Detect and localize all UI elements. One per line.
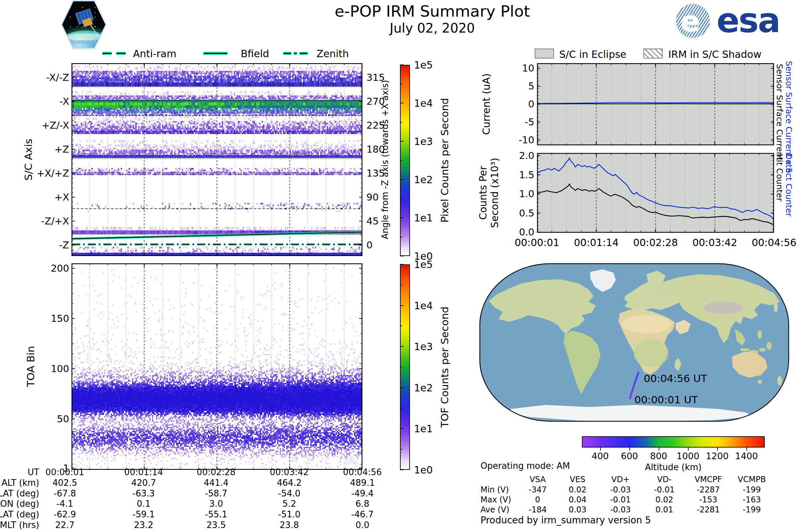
voltage-value: 0.04 bbox=[569, 495, 586, 505]
voltage-value: -2281 bbox=[697, 505, 720, 514]
tof-cb-mark bbox=[400, 428, 404, 429]
voltage-column-header: VD- bbox=[657, 475, 672, 484]
voltage-value: -0.01 bbox=[610, 495, 631, 505]
track-end-time-label: 00:04:56 UT bbox=[644, 373, 707, 384]
voltage-value: -347 bbox=[529, 485, 547, 494]
page-title: e-POP IRM Summary Plot bbox=[335, 2, 530, 20]
sc-axis-tick: -X bbox=[59, 96, 69, 107]
voltage-column-header: VSA bbox=[530, 475, 546, 484]
current-tick: -5 bbox=[525, 116, 534, 128]
voltage-column-header: VD+ bbox=[611, 475, 629, 484]
ephemeris-value: 420.7 bbox=[131, 478, 156, 488]
esa-logo: esa bbox=[717, 1, 780, 40]
time-tick: 00:03:42 bbox=[692, 237, 737, 248]
legend-label-zenith: Zenith bbox=[317, 48, 349, 59]
sc-axis-tick: -Z/+X bbox=[41, 215, 69, 227]
angle-tick: 90 bbox=[366, 191, 379, 203]
ephemeris-row-label: MLAT (deg) bbox=[0, 509, 39, 519]
toa-ylabel: TOA Bin bbox=[25, 346, 37, 387]
page-date: July 02, 2020 bbox=[390, 21, 475, 36]
tof-cb-mark bbox=[400, 367, 402, 367]
voltage-value: -163 bbox=[743, 495, 761, 505]
voltage-row-label: Max (V) bbox=[480, 495, 511, 505]
ephemeris-value: 0.1 bbox=[137, 499, 150, 509]
voltage-row-label: Min (V) bbox=[480, 485, 509, 494]
tof-cb-tick: 1e0 bbox=[414, 464, 433, 476]
time-tick: 00:00:01 bbox=[515, 237, 559, 248]
ephemeris-row-label: LON (deg) bbox=[0, 499, 39, 509]
ephemeris-value: -51.0 bbox=[278, 509, 300, 519]
tof-cb-tick: 1e2 bbox=[414, 382, 433, 393]
ephemeris-row-label: MLT (hrs) bbox=[0, 520, 39, 530]
pixel-cb-tick: 1e2 bbox=[414, 174, 433, 186]
altitude-colorbar-title: Altitude (km) bbox=[645, 462, 702, 472]
tof-cb-mark bbox=[400, 387, 404, 388]
counts-tick: 2.0 bbox=[519, 150, 534, 161]
voltage-value: -153 bbox=[699, 495, 717, 505]
ephemeris-value: -62.9 bbox=[54, 509, 76, 519]
voltage-column-header: VES bbox=[570, 475, 586, 484]
counts-tick: 1.0 bbox=[519, 188, 534, 200]
time-tick: 00:04:56 bbox=[752, 237, 797, 248]
pixel-cb-mark bbox=[400, 198, 402, 199]
counts-ylabel: Counts PerSecond (x10³) bbox=[477, 158, 500, 228]
ephemeris-value: -63.3 bbox=[132, 489, 155, 498]
ephemeris-value: 00:01:14 bbox=[125, 467, 163, 477]
ephemeris-value: -59.1 bbox=[132, 509, 155, 519]
alt-cb-mark bbox=[600, 448, 601, 451]
pixel-cb-mark bbox=[400, 122, 402, 123]
esa-e-glyph: e bbox=[681, 5, 700, 38]
pixel-cb-mark bbox=[400, 179, 404, 180]
ephemeris-value: 3.0 bbox=[209, 499, 223, 509]
tof-cb-tick: 1e3 bbox=[414, 341, 433, 353]
pixel-cb-mark bbox=[400, 160, 402, 161]
voltage-value: -199 bbox=[743, 485, 761, 494]
ephemeris-value: 464.2 bbox=[277, 478, 302, 488]
voltage-value: -2287 bbox=[697, 485, 720, 494]
angle-tick: 315 bbox=[366, 72, 385, 83]
current-plot bbox=[537, 63, 774, 145]
pixel-cb-mark bbox=[400, 64, 404, 65]
alt-cb-tick: 800 bbox=[650, 451, 667, 461]
detect-counter-label: Detect Counter bbox=[784, 153, 794, 216]
pixel-cb-mark bbox=[400, 84, 402, 84]
cassiope-patch-art: CASSIOPE bbox=[62, 1, 106, 48]
alt-cb-tick: 1000 bbox=[677, 451, 700, 461]
cassiope-mission-patch: CASSIOPE bbox=[61, 0, 107, 49]
legend-label-bfield: Bfield bbox=[241, 48, 269, 59]
current-tick: 0 bbox=[528, 98, 534, 110]
ephemeris-value: -49.4 bbox=[351, 489, 374, 498]
pixel-cb-mark bbox=[400, 103, 404, 103]
pixel-cb-mark bbox=[400, 141, 404, 141]
counts-tick: 1.5 bbox=[519, 169, 534, 180]
counts-tick: 0.0 bbox=[519, 226, 534, 238]
tof-cb-tick: 1e5 bbox=[414, 259, 433, 270]
shadow-hatch-swatch-icon bbox=[643, 49, 663, 58]
ephemeris-value: 23.2 bbox=[134, 520, 153, 530]
sc-axis-tick: -X/-Z bbox=[46, 72, 69, 83]
ephemeris-value: -46.7 bbox=[351, 509, 374, 519]
toa-tick: 150 bbox=[51, 313, 69, 324]
pixel-cb-mark bbox=[400, 217, 404, 218]
operating-mode-label: Operating mode: AM bbox=[480, 461, 570, 471]
current-tick: 5 bbox=[528, 80, 534, 92]
ephemeris-value: 489.1 bbox=[350, 478, 375, 488]
current-tick: 10 bbox=[522, 62, 534, 74]
tof-cb-tick: 1e1 bbox=[414, 423, 433, 435]
angle-tick: 135 bbox=[366, 168, 385, 179]
angle-tick: 0 bbox=[366, 240, 373, 251]
ephemeris-value: 00:04:56 bbox=[343, 467, 382, 477]
angle-tick: 180 bbox=[366, 144, 385, 155]
sc-axis-tick: +X/+Z bbox=[37, 168, 69, 179]
esa-globe-icon: e bbox=[676, 4, 710, 38]
sc-axis-ylabel: S/C Axis bbox=[22, 139, 34, 180]
cassiope-label: CASSIOPE bbox=[62, 40, 106, 44]
alt-cb-mark bbox=[688, 448, 689, 451]
tof-cb-mark bbox=[400, 264, 404, 265]
current-ylabel: Current (uA) bbox=[480, 73, 492, 135]
track-start-time-label: 00:00:01 UT bbox=[634, 394, 698, 406]
voltage-value: 0.02 bbox=[569, 485, 586, 494]
time-tick: 00:01:14 bbox=[574, 237, 619, 248]
counts-tick: 0.5 bbox=[519, 208, 534, 219]
ephemeris-value: 00:02:28 bbox=[197, 467, 236, 477]
